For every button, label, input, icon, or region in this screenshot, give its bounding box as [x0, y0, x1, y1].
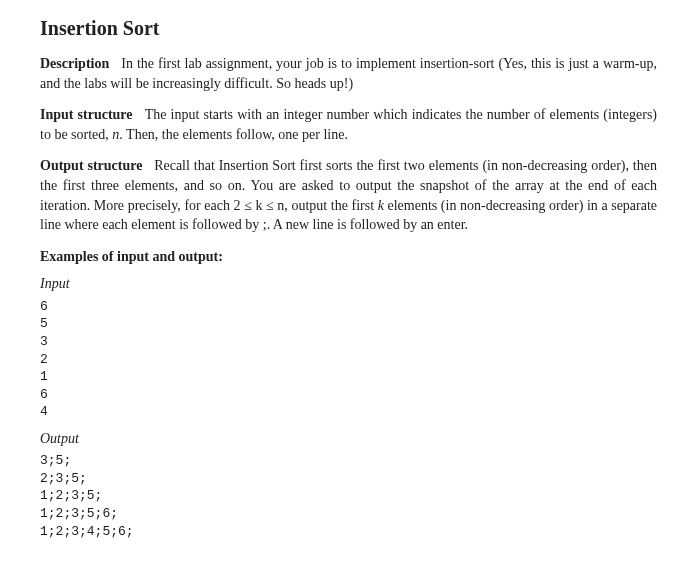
input-structure-text-2: . Then, the elements follow, one per lin… [119, 127, 348, 142]
examples-heading: Examples of input and output: [40, 247, 657, 267]
output-label: Output [40, 429, 657, 449]
output-structure-text-2: , output the first [284, 198, 374, 213]
output-structure-heading: Output structure [40, 158, 142, 173]
description-heading: Description [40, 56, 109, 71]
input-structure-paragraph: Input structure The input starts with an… [40, 105, 657, 144]
example-output: 3;5; 2;3;5; 1;2;3;5; 1;2;3;5;6; 1;2;3;4;… [40, 452, 657, 540]
description-paragraph: Description In the first lab assignment,… [40, 54, 657, 93]
page-title: Insertion Sort [40, 14, 657, 42]
document-page: Insertion Sort Description In the first … [0, 0, 697, 568]
example-input: 6 5 3 2 1 6 4 [40, 298, 657, 421]
input-structure-heading: Input structure [40, 107, 133, 122]
input-label: Input [40, 274, 657, 294]
output-structure-paragraph: Output structure Recall that Insertion S… [40, 156, 657, 234]
variable-k: k [378, 198, 384, 213]
inequality: 2 ≤ k ≤ n [234, 198, 285, 213]
description-text: In the first lab assignment, your job is… [40, 56, 657, 91]
